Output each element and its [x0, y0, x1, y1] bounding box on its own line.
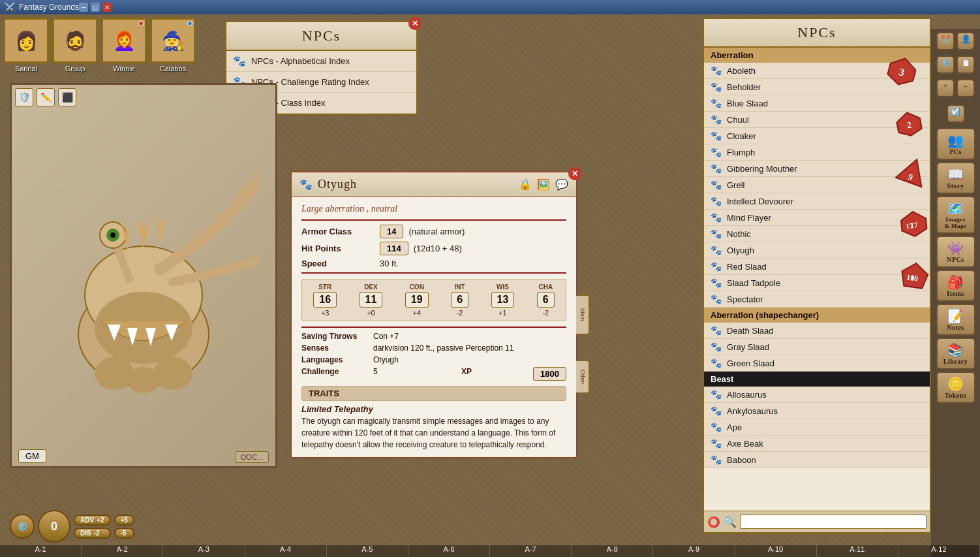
con-mod: +4	[405, 309, 429, 317]
toolbar-settings-button[interactable]: ⚙️	[936, 56, 955, 74]
settings-button[interactable]: ⚙️	[10, 514, 35, 539]
npc-label-death-slaad: Death Slaad	[727, 326, 774, 336]
toolbar-cut-button[interactable]: ✂️	[936, 32, 955, 50]
tokens-label: Tokens	[945, 392, 966, 399]
close-button[interactable]: ✕	[102, 3, 112, 12]
search-filter-icon-1[interactable]: ⭕	[707, 516, 720, 528]
plus5-button[interactable]: +5	[114, 515, 134, 526]
portrait-sarinal[interactable]: 👩 Sarinal	[3, 18, 49, 72]
toolbar-minus-button[interactable]: −	[957, 79, 975, 97]
grid-a2: A-2	[82, 545, 163, 557]
otyugh-title: Otyugh	[318, 178, 357, 191]
other-tab[interactable]: Other	[576, 360, 589, 393]
npc-icon-red-slaad: 🐾	[711, 261, 722, 272]
story-label: Story	[947, 182, 964, 189]
sidebar-notes-button[interactable]: 📝 Notes	[936, 304, 975, 336]
dice-d10[interactable]: 10 10	[897, 259, 931, 298]
portrait-bar: 👩 Sarinal 🧔 Gruup 👩‍🦰 Winnie 🧙 Calabos	[3, 18, 196, 72]
notes-label: Notes	[947, 324, 964, 331]
npc-mind-flayer[interactable]: 🐾 Mind Flayer	[704, 210, 930, 226]
dice-d20-3[interactable]: 17 17	[899, 209, 929, 244]
portrait-name-gruup: Gruup	[65, 65, 85, 72]
npc-alphabetical-index[interactable]: 🐾 NPCs - Alphabetical Index	[226, 51, 416, 72]
npc-blue-slaad[interactable]: 🐾 Blue Slaad	[704, 95, 930, 112]
sidebar-pcs-button[interactable]: 👥 PCs	[936, 128, 975, 160]
languages-row: Languages Otyugh	[301, 355, 566, 364]
otyugh-body: Large aberration , neutral Armor Class 1…	[292, 197, 576, 457]
ooc-button[interactable]: OOC...	[235, 451, 269, 463]
cha-mod: -2	[537, 309, 555, 317]
npc-icon-ankylosaurus: 🐾	[711, 406, 722, 416]
ability-dex: DEX 11 +0	[360, 283, 383, 317]
sidebar-story-button[interactable]: 📖 Story	[936, 162, 975, 194]
portrait-icon[interactable]: 🖼️	[537, 178, 550, 191]
npc-scroll-area[interactable]: Aberration 🐾 Aboleth 🐾 Beholder 🐾 Blue S…	[704, 48, 930, 468]
npc-allosaurus[interactable]: 🐾 Allosaurus	[704, 387, 930, 403]
npc-nothic[interactable]: 🐾 Nothic	[704, 226, 930, 242]
sidebar-npcs-button[interactable]: 👾 NPCs	[936, 236, 975, 268]
otyugh-close-button[interactable]: ✕	[568, 167, 581, 180]
sidebar-images-button[interactable]: 🗺️ Images& Maps	[936, 196, 975, 234]
npc-gray-slaad[interactable]: 🐾 Gray Slaad	[704, 339, 930, 355]
npc-slaad-tadpole[interactable]: 🐾 Slaad Tadpole	[704, 275, 930, 291]
portrait-calabos[interactable]: 🧙 Calabos	[150, 18, 196, 72]
sidebar-library-button[interactable]: 📚 Library	[936, 338, 975, 370]
lock-icon[interactable]: 🔒	[519, 178, 532, 191]
minimize-button[interactable]: ─	[79, 3, 88, 12]
npc-label-chuul: Chuul	[727, 115, 749, 125]
grid-a6: A-6	[408, 545, 490, 557]
minus5-button[interactable]: -5	[114, 528, 134, 539]
npc-label-allosaurus: Allosaurus	[727, 390, 767, 400]
scene-tool-shield[interactable]: 🛡️	[15, 88, 33, 106]
toolbar-list-button[interactable]: 📋	[957, 56, 975, 74]
app-icon: ⚔️	[4, 2, 15, 12]
plus-icon: +	[943, 82, 948, 91]
portrait-gruup[interactable]: 🧔 Gruup	[52, 18, 98, 72]
counter-button[interactable]: 0	[38, 510, 70, 543]
armor-class-value: 14	[380, 225, 403, 238]
npc-icon-aboleth: 🐾	[711, 65, 722, 76]
npc-icon-baboon: 🐾	[711, 454, 722, 465]
npc-cloaker[interactable]: 🐾 Cloaker	[704, 128, 930, 144]
dex-mod: +0	[360, 309, 383, 317]
category-aberration-shapechanger[interactable]: Aberration (shapechanger)	[704, 308, 930, 323]
portrait-winnie[interactable]: 👩‍🦰 Winnie	[101, 18, 147, 72]
npc-intellect-devourer[interactable]: 🐾 Intellect Devourer	[704, 193, 930, 210]
scene-tool-erase[interactable]: ⬛	[58, 88, 76, 106]
npc-flumph[interactable]: 🐾 Flumph	[704, 144, 930, 161]
category-beast[interactable]: Beast	[704, 372, 930, 387]
toolbar-plus-button[interactable]: +	[936, 79, 955, 97]
npc-axe-beak[interactable]: 🐾 Axe Beak	[704, 436, 930, 452]
scene-tool-pencil[interactable]: ✏️	[37, 88, 55, 106]
maximize-button[interactable]: □	[91, 3, 100, 12]
plus5-value: +5	[121, 517, 128, 524]
npc-red-slaad[interactable]: 🐾 Red Slaad	[704, 259, 930, 275]
adv-button[interactable]: ADV +2	[74, 515, 111, 526]
search-filter-icon-2[interactable]: 🔍	[724, 516, 737, 528]
npc-ankylosaurus[interactable]: 🐾 Ankylosaurus	[704, 403, 930, 419]
npc-green-slaad[interactable]: 🐾 Green Slaad	[704, 355, 930, 372]
languages-label: Languages	[301, 355, 373, 364]
npc-ape[interactable]: 🐾 Ape	[704, 419, 930, 436]
npc-baboon[interactable]: 🐾 Baboon	[704, 452, 930, 468]
svg-point-10	[110, 232, 115, 238]
senses-label: Senses	[301, 343, 373, 353]
sidebar-items-button[interactable]: 🎒 Items	[936, 270, 975, 302]
chat-icon[interactable]: 💬	[555, 178, 568, 191]
toolbar-user-button[interactable]: 👤	[957, 32, 975, 50]
npc-icon-death-slaad: 🐾	[711, 325, 722, 336]
dice-d20-2[interactable]: 2	[894, 109, 925, 145]
npc-label-axe-beak: Axe Beak	[727, 439, 763, 449]
left-panel-close[interactable]: ✕	[408, 17, 421, 30]
wis-value: 13	[491, 292, 515, 308]
toolbar-check-button[interactable]: ☑️	[947, 104, 965, 123]
portrait-name-calabos: Calabos	[160, 65, 186, 72]
dis-button[interactable]: DIS -2	[74, 528, 111, 539]
npc-search-input[interactable]	[740, 515, 926, 529]
npc-spectator[interactable]: 🐾 Spectator	[704, 291, 930, 308]
npc-otyugh[interactable]: 🐾 Otyugh	[704, 242, 930, 259]
npc-death-slaad[interactable]: 🐾 Death Slaad	[704, 323, 930, 339]
sidebar-tokens-button[interactable]: 🪙 Tokens	[936, 372, 975, 404]
main-tab[interactable]: Main	[576, 295, 589, 334]
dis-value: -2	[94, 530, 100, 537]
